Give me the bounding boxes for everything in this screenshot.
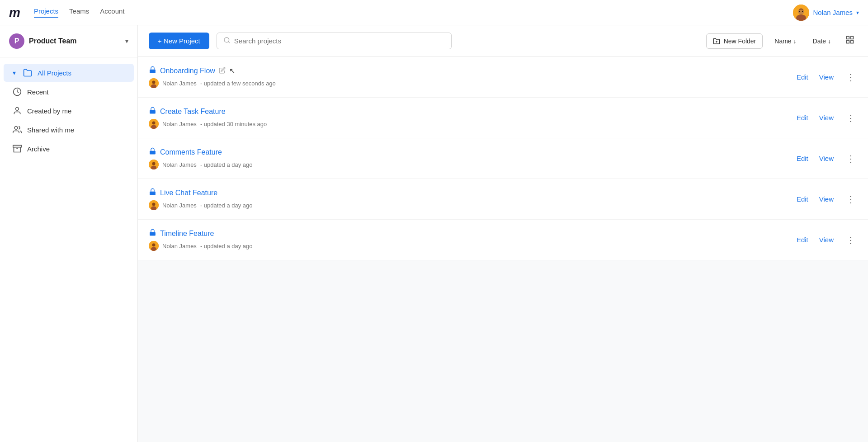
new-folder-button[interactable]: New Folder [706,33,763,49]
project-actions: Edit View ⋮ [797,113,857,122]
project-update-time: - updated 30 minutes ago [200,121,267,127]
project-info: Onboarding Flow ↖ [149,66,797,88]
project-title-row: Timeline Feature [149,229,797,238]
name-sort-button[interactable]: Name ↓ [770,35,801,47]
search-icon [223,37,231,45]
svg-rect-31 [150,192,156,195]
project-author: Nolan James [162,161,197,168]
project-title-row: Create Task Feature [149,107,797,116]
more-options-button[interactable]: ⋮ [844,73,857,82]
svg-point-4 [799,10,800,11]
view-button[interactable]: View [819,114,834,122]
date-sort-button[interactable]: Date ↓ [808,35,835,47]
new-folder-label: New Folder [724,38,756,45]
clock-icon [13,87,22,96]
sidebar-item-all-projects[interactable]: ▾ All Projects [4,64,134,82]
project-info: Timeline Feature Nolan James - updated a… [149,229,797,251]
lock-icon [149,107,156,116]
nav-links: Projects Teams Account [34,7,793,18]
lock-icon [149,66,156,75]
svg-rect-9 [13,146,21,147]
view-button[interactable]: View [819,195,834,203]
grid-view-button[interactable] [843,33,857,49]
lock-icon [149,229,156,238]
view-button[interactable]: View [819,236,834,244]
lock-icon [149,147,156,157]
sidebar-item-archive[interactable]: Archive [4,140,134,158]
project-author-avatar [149,119,159,129]
sidebar-chevron-icon: ▾ [13,69,16,76]
folder-open-icon [23,68,32,77]
svg-point-29 [152,162,156,165]
project-meta: Nolan James - updated a day ago [149,160,797,169]
svg-point-33 [152,203,156,206]
people-icon [13,125,22,134]
svg-point-7 [16,108,19,111]
nav-projects[interactable]: Projects [34,7,58,18]
more-options-button[interactable]: ⋮ [844,154,857,163]
more-options-button[interactable]: ⋮ [844,235,857,245]
main-layout: P Product Team ▾ ▾ All Projects [0,25,868,442]
svg-rect-18 [851,41,854,43]
sidebar-created-by-me-label: Created by me [27,107,71,115]
project-update-time: - updated a day ago [200,161,253,168]
project-title[interactable]: Live Chat Feature [160,189,217,197]
view-button[interactable]: View [819,155,834,162]
project-info: Create Task Feature Nolan James - update… [149,107,797,129]
project-meta: Nolan James - updated 30 minutes ago [149,119,797,129]
project-actions: Edit View ⋮ [797,195,857,204]
view-button[interactable]: View [819,73,834,81]
nav-teams[interactable]: Teams [69,7,89,18]
edit-button[interactable]: Edit [797,236,808,244]
cursor-icon: ↖ [229,66,235,75]
svg-rect-35 [150,232,156,236]
project-update-time: - updated a day ago [200,243,253,249]
user-chevron-icon: ▾ [856,9,859,16]
table-row: Live Chat Feature Nolan James - updated … [138,179,868,220]
more-options-button[interactable]: ⋮ [844,113,857,122]
sidebar-item-created-by-me[interactable]: Created by me [4,102,134,120]
edit-pencil-icon[interactable] [219,67,226,75]
sidebar-item-recent[interactable]: Recent [4,83,134,101]
user-avatar [793,5,809,21]
edit-button[interactable]: Edit [797,195,808,203]
user-menu[interactable]: Nolan James ▾ [793,5,859,21]
project-title[interactable]: Timeline Feature [160,230,214,238]
main-content: + New Project New Folder [138,25,868,442]
workspace-chevron-icon: ▾ [125,38,128,45]
workspace-selector[interactable]: P Product Team ▾ [0,25,137,57]
user-name-label: Nolan James [813,9,853,16]
nav-account[interactable]: Account [100,7,124,18]
project-author: Nolan James [162,202,197,209]
project-title-row: Live Chat Feature [149,188,797,197]
project-title[interactable]: Comments Feature [160,148,222,156]
svg-rect-23 [150,110,156,114]
sidebar: P Product Team ▾ ▾ All Projects [0,25,138,442]
svg-point-11 [224,38,229,42]
sidebar-archive-label: Archive [27,145,50,153]
more-options-button[interactable]: ⋮ [844,195,857,204]
sidebar-recent-label: Recent [27,88,49,96]
svg-rect-15 [847,37,849,39]
table-row: Create Task Feature Nolan James - update… [138,98,868,138]
search-input[interactable] [234,37,445,45]
sidebar-nav: ▾ All Projects Recent [0,57,137,164]
edit-button[interactable]: Edit [797,155,808,162]
svg-point-37 [152,244,156,247]
sidebar-item-shared-with-me[interactable]: Shared with me [4,121,134,139]
project-title-row: Comments Feature [149,147,797,157]
edit-button[interactable]: Edit [797,114,808,122]
project-author: Nolan James [162,80,197,87]
svg-point-21 [152,81,156,84]
svg-point-8 [14,127,18,130]
project-info: Live Chat Feature Nolan James - updated … [149,188,797,210]
search-box [217,33,452,49]
edit-button[interactable]: Edit [797,73,808,81]
project-title[interactable]: Onboarding Flow [160,67,215,75]
top-nav: m Projects Teams Account Nolan James ▾ [0,0,868,25]
new-project-button[interactable]: + New Project [149,33,209,49]
project-author-avatar [149,78,159,88]
project-title[interactable]: Create Task Feature [160,108,226,116]
project-actions: Edit View ⋮ [797,73,857,82]
main-toolbar: + New Project New Folder [138,25,868,57]
